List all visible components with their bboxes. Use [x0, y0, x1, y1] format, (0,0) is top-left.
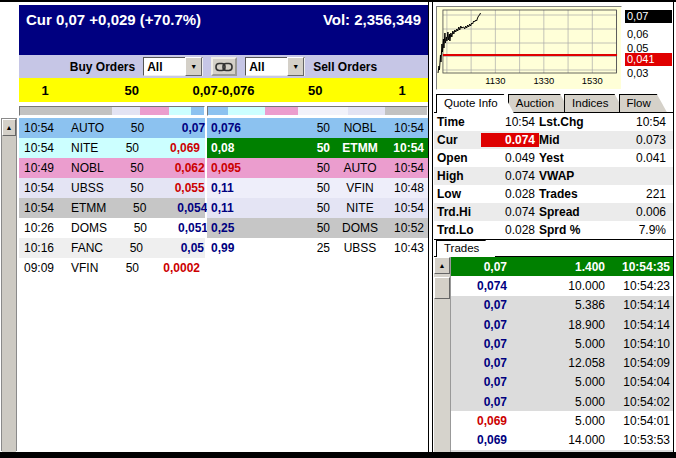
tab-indices[interactable]: Indices [564, 94, 624, 112]
trade-price: 0,07 [451, 318, 515, 332]
tab-quote-info[interactable]: Quote Info [436, 94, 514, 113]
trade-time: 10:54:01 [619, 414, 670, 428]
quote-label: Sprd % [539, 223, 599, 237]
trade-time: 10:54:14 [619, 318, 670, 332]
trade-time: 10:54:23 [619, 279, 670, 293]
bid-price: 0,054 [152, 201, 212, 215]
tab-flow[interactable]: Flow [619, 94, 667, 112]
order-time: 10:54 [19, 201, 59, 215]
depth-bar-buy [19, 106, 205, 116]
trade-row[interactable]: 0,075.00010:54:02 [451, 392, 673, 411]
depth-bar-sell [207, 106, 428, 116]
ask-price: 0,08 [207, 141, 265, 155]
quote-label: Lst.Chg [539, 115, 599, 129]
trade-row[interactable]: 0,07410.00010:54:23 [451, 276, 673, 295]
quote-value: 0.006 [599, 205, 670, 219]
panel-divider [428, 2, 429, 452]
bid-price: 0,051 [153, 221, 213, 235]
quote-value: 0.028 [481, 187, 539, 201]
quote-label: Yest [539, 151, 599, 165]
order-book-scrollbar[interactable]: ▲ [1, 118, 17, 451]
sell-filter-value: All [246, 60, 264, 74]
order-time: 10:54 [384, 161, 428, 175]
trade-price: 0,07 [451, 298, 515, 312]
trade-size: 12.058 [515, 356, 619, 370]
current-price-highlight: 0.074 [481, 133, 539, 147]
scroll-up-icon: ▲ [439, 262, 446, 269]
order-row-buy[interactable]: 09:09VFIN500,0002 [19, 258, 205, 278]
bid-ask-range: 0,07-0,076 [192, 83, 254, 98]
quote-value: 221 [599, 187, 670, 201]
quote-label: High [437, 169, 481, 183]
trade-size: 1.400 [515, 260, 619, 274]
trade-price: 0,069 [451, 433, 515, 447]
scroll-thumb[interactable] [434, 277, 450, 299]
order-size: 50 [265, 201, 336, 215]
trade-row[interactable]: 0,075.00010:54:04 [451, 373, 673, 392]
quote-row: Low0.028Trades221 [434, 185, 673, 203]
order-size: 50 [99, 141, 145, 155]
link-orders-button[interactable] [211, 57, 237, 76]
order-row-buy[interactable]: 10:54NITE500,069 [19, 138, 205, 158]
dropdown-button[interactable]: ▼ [287, 57, 304, 76]
quote-row: Time10:54Lst.Chg10:54 [434, 113, 673, 131]
sell-filter-select[interactable]: All ▼ [245, 57, 305, 76]
trade-row[interactable]: 0,06914.00010:53:53 [451, 431, 673, 450]
chevron-down-icon: ▼ [190, 63, 197, 70]
trade-size: 5.386 [515, 298, 619, 312]
ask-price: 0,25 [207, 221, 265, 235]
quote-label: Low [437, 187, 481, 201]
order-row-sell[interactable]: 0,2550DOMS10:52 [207, 218, 428, 238]
depth-segment [169, 107, 191, 115]
order-time: 10:54 [19, 181, 59, 195]
chevron-down-icon: ▼ [292, 63, 299, 70]
buy-filter-select[interactable]: All ▼ [143, 57, 203, 76]
quote-row: Trd.Hi0.074Spread0.006 [434, 203, 673, 221]
order-row-buy[interactable]: 10:49NOBL500,062 [19, 158, 205, 178]
order-row-sell[interactable]: 0,0850ETMM10:54 [207, 138, 428, 158]
order-row-buy[interactable]: 10:54AUTO500,07 [19, 118, 205, 138]
quote-value: 7.9% [599, 223, 670, 237]
dropdown-button[interactable]: ▼ [185, 57, 202, 76]
quote-label: Mid [539, 133, 599, 147]
trade-size: 14.000 [515, 433, 619, 447]
trade-row[interactable]: 0,075.00010:54:10 [451, 334, 673, 353]
y-axis-label: 0,041 [625, 53, 672, 66]
quote-value: 0.074 [481, 205, 539, 219]
quote-label: VWAP [539, 169, 599, 183]
sell-order-count: 1 [376, 83, 428, 98]
tab-auction[interactable]: Auction [508, 94, 570, 112]
quote-label: Time [437, 115, 481, 129]
quote-row: Open0.049Yest0.041 [434, 149, 673, 167]
scroll-up-button[interactable]: ▲ [2, 119, 16, 136]
trade-time: 10:54:35 [619, 260, 670, 274]
trade-row[interactable]: 0,0718.90010:54:14 [451, 315, 673, 334]
order-row-buy[interactable]: 10:16FANC500,05 [19, 238, 205, 258]
order-row-sell[interactable]: 0,09550AUTO10:54 [207, 158, 428, 178]
tab-trades[interactable]: Trades [436, 240, 495, 257]
chart-price-axis: 0,070,060,050,0410,03 [625, 6, 672, 90]
order-row-sell[interactable]: 0,9925UBSS10:43 [207, 238, 428, 258]
trades-scrollbar[interactable]: ▲ [434, 257, 451, 454]
market-maker-id: DOMS [59, 221, 107, 235]
order-row-sell[interactable]: 0,1150NITE10:54 [207, 198, 428, 218]
order-row-buy[interactable]: 10:26DOMS500,051 [19, 218, 205, 238]
depth-segment [112, 107, 140, 115]
order-row-sell[interactable]: 0,07650NOBL10:54 [207, 118, 428, 138]
trade-time: 10:54:09 [619, 356, 670, 370]
trade-row[interactable]: 0,0695.00010:54:01 [451, 411, 673, 430]
depth-segment [385, 107, 427, 115]
trade-row[interactable]: 0,075.38610:54:14 [451, 296, 673, 315]
order-time: 10:54 [384, 121, 428, 135]
order-row-sell[interactable]: 0,1150VFIN10:48 [207, 178, 428, 198]
trade-row[interactable]: 0,0712.05810:54:09 [451, 353, 673, 372]
trade-row[interactable]: 0,071.40010:54:35 [451, 257, 673, 276]
order-time: 10:43 [384, 241, 428, 255]
order-row-buy[interactable]: 10:54UBSS500,055 [19, 178, 205, 198]
order-row-buy[interactable]: 10:54ETMM500,054 [19, 198, 205, 218]
scroll-track[interactable] [2, 136, 16, 452]
trade-size: 5.000 [515, 375, 619, 389]
scroll-up-button[interactable]: ▲ [434, 257, 450, 274]
trade-price: 0,069 [451, 414, 515, 428]
order-time: 09:09 [19, 261, 59, 275]
